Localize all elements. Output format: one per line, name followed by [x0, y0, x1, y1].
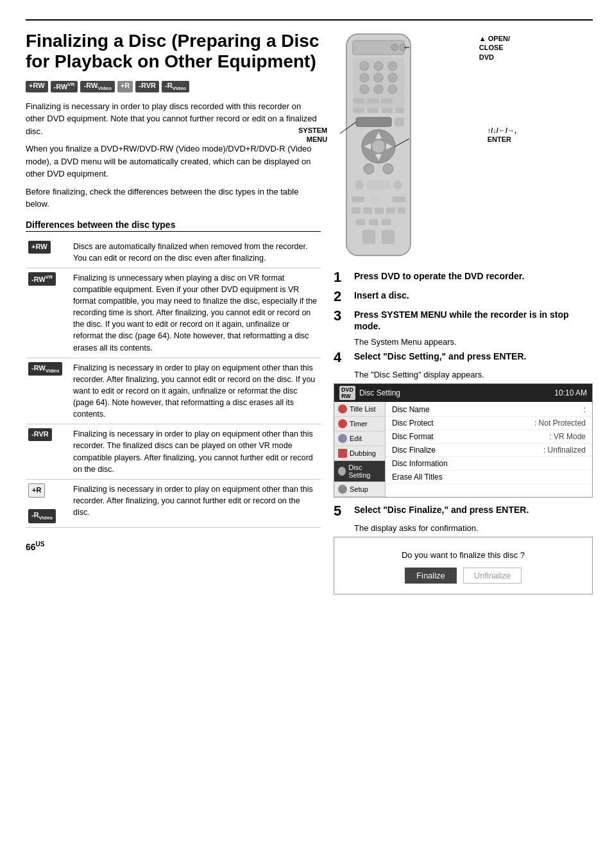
disc-differences-table: +RW Discs are automatically finalized wh… [26, 237, 321, 528]
svg-rect-36 [393, 196, 405, 202]
step-3: 3 Press SYSTEM MENU while the recorder i… [334, 309, 593, 332]
edit-icon [338, 434, 347, 443]
svg-point-7 [388, 62, 397, 71]
disc-setting-title: Disc Setting [359, 388, 400, 397]
disc-setting-header: DVDRW Disc Setting 10:10 AM [334, 384, 592, 402]
svg-point-24 [372, 140, 385, 153]
sidebar-item-discsetting[interactable]: Disc Setting [334, 461, 385, 482]
svg-rect-20 [395, 108, 404, 113]
badge-minus-rvr: -RVR [135, 81, 159, 92]
ds-row-discformat: Disc Format : VR Mode [386, 430, 592, 444]
step-number: 5 [334, 504, 352, 518]
badge-minus-rvideo: -RVideo [162, 81, 189, 92]
step-3-sub: The System Menu appears. [354, 337, 593, 347]
sidebar-item-titlelist[interactable]: Title List [334, 402, 385, 417]
finalize-dialog: Do you want to finalize this disc ? Fina… [334, 537, 593, 595]
step-text: Select "Disc Finalize," and press ENTER. [354, 504, 529, 516]
table-cell: Finalizing is necessary in order to play… [71, 424, 321, 480]
svg-rect-43 [369, 219, 378, 225]
disc-setting-ui: DVDRW Disc Setting 10:10 AM Title List T… [334, 383, 593, 498]
svg-rect-39 [375, 207, 384, 214]
sidebar-item-timer[interactable]: Timer [334, 417, 385, 431]
svg-point-30 [383, 164, 393, 174]
svg-rect-14 [353, 98, 364, 103]
svg-rect-15 [367, 98, 378, 103]
svg-rect-18 [367, 108, 378, 113]
table-row: -RVR Finalizing is necessary in order to… [26, 424, 321, 480]
table-cell: Finalizing is unnecessary when playing a… [71, 268, 321, 358]
table-row: -RWVR Finalizing is unnecessary when pla… [26, 268, 321, 358]
ds-row-discinfo: Disc Information [386, 457, 592, 471]
disc-setting-main: Disc Name : Disc Protect : Not Protected… [386, 402, 592, 497]
ds-row-discprotect: Disc Protect : Not Protected [386, 417, 592, 430]
step-text: Press DVD to operate the DVD recorder. [354, 270, 524, 282]
step-1: 1 Press DVD to operate the DVD recorder. [334, 270, 593, 284]
disc-setting-body: Title List Timer Edit Dubbing [334, 402, 592, 497]
step-text: Press SYSTEM MENU while the recorder is … [354, 309, 593, 332]
discsetting-icon [338, 467, 346, 476]
svg-point-10 [388, 73, 397, 82]
intro-para2: When you finalize a DVD+RW/DVD-RW (Video… [26, 143, 321, 180]
timer-icon [338, 419, 347, 428]
svg-rect-34 [352, 196, 364, 202]
setup-icon [338, 485, 347, 494]
svg-point-12 [374, 85, 383, 94]
svg-rect-16 [381, 98, 393, 103]
svg-point-8 [360, 73, 369, 82]
svg-point-11 [360, 85, 369, 94]
disc-setting-time: 10:10 AM [554, 388, 587, 397]
remote-illustration: ▲ OPEN/CLOSEDVD SYSTEMMENU ↑/↓/←/→,ENTER [334, 31, 593, 264]
svg-rect-45 [362, 230, 375, 244]
badge-minus-rwvr: -RWVR [51, 81, 78, 92]
svg-point-2 [391, 44, 398, 51]
ds-row-erasetitles: Erase All Titles [386, 471, 592, 484]
step-text: Insert a disc. [354, 290, 409, 301]
dubbing-icon [338, 449, 347, 458]
svg-point-35 [370, 194, 380, 204]
finalize-button[interactable]: Finalize [405, 568, 457, 584]
svg-rect-21 [356, 117, 391, 126]
disc-label-plus-rw: +RW [28, 241, 51, 254]
system-menu-label: SYSTEMMENU [298, 126, 327, 144]
ds-row-discname: Disc Name : [386, 403, 592, 417]
svg-rect-41 [398, 207, 405, 214]
svg-point-31 [355, 180, 364, 189]
remote-svg [334, 31, 423, 262]
intro-para3: Before finalizing, check the differences… [26, 186, 321, 211]
step-2: 2 Insert a disc. [334, 290, 593, 304]
disc-label-minus-rvr: -RVR [28, 428, 52, 441]
disc-type-badges: +RW -RWVR -RWVideo +R -RVR -RVideo [26, 81, 321, 92]
step-number: 3 [334, 309, 352, 323]
sidebar-item-setup[interactable]: Setup [334, 482, 385, 497]
step-5-sub: The display asks for confirmation. [354, 523, 593, 533]
finalize-question: Do you want to finalize this disc ? [347, 550, 579, 560]
svg-rect-37 [352, 207, 361, 214]
sidebar-item-edit[interactable]: Edit [334, 431, 385, 446]
dvd-badge: DVDRW [339, 386, 355, 400]
intro-para1: Finalizing is necessary in order to play… [26, 100, 321, 138]
svg-rect-38 [363, 207, 372, 214]
steps-list: 1 Press DVD to operate the DVD recorder.… [334, 270, 593, 595]
step-4: 4 Select "Disc Setting," and press ENTER… [334, 351, 593, 365]
svg-point-33 [393, 180, 402, 189]
step-5: 5 Select "Disc Finalize," and press ENTE… [334, 504, 593, 518]
svg-rect-22 [395, 117, 404, 126]
table-cell: Finalizing is necessary in order to play… [71, 479, 321, 527]
table-row: +RW Discs are automatically finalized wh… [26, 237, 321, 268]
svg-rect-17 [353, 108, 364, 113]
finalize-buttons[interactable]: Finalize Unfinalize [347, 568, 579, 584]
svg-rect-44 [382, 219, 391, 225]
unfinalize-button[interactable]: Unfinalize [463, 568, 522, 584]
svg-point-29 [364, 164, 374, 174]
badge-plus-r: +R [117, 81, 133, 92]
svg-point-9 [374, 73, 383, 82]
disc-label-minus-rwvr: -RWVR [28, 272, 56, 286]
sidebar-item-dubbing[interactable]: Dubbing [334, 446, 385, 461]
step-number: 4 [334, 351, 352, 365]
table-cell: Discs are automatically finalized when r… [71, 237, 321, 268]
svg-rect-19 [381, 108, 393, 113]
page-number: 66US [26, 541, 321, 552]
step-number: 2 [334, 290, 352, 304]
table-row: +R -RVideo Finalizing is necessary in or… [26, 479, 321, 527]
table-row: -RWVideo Finalizing is necessary in orde… [26, 358, 321, 424]
